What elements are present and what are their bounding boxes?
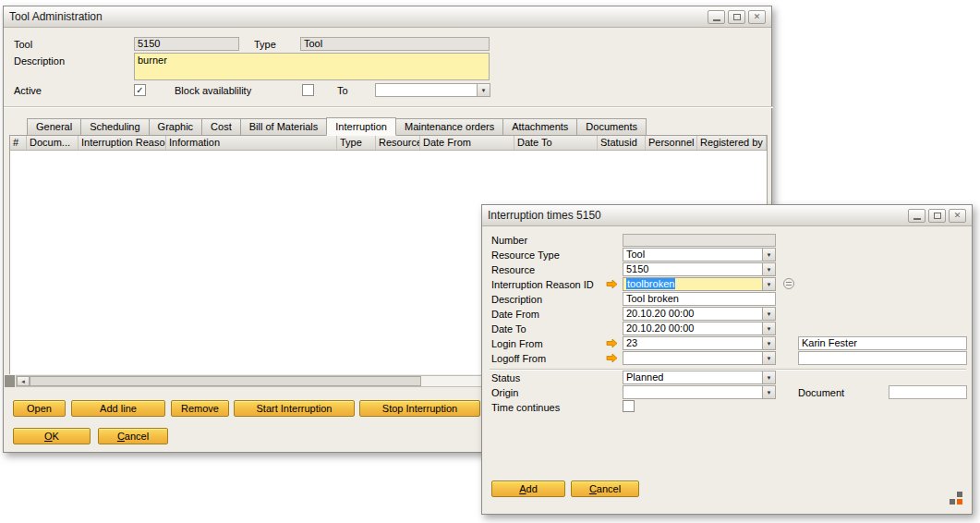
minimize-glyph — [713, 19, 720, 21]
add-line-button[interactable]: Add line — [71, 400, 165, 417]
chevron-down-icon[interactable]: ▼ — [762, 308, 775, 320]
block-availability-label: Block availablility — [175, 84, 251, 98]
column-header-document[interactable]: Docum... — [27, 136, 79, 150]
interruption-reason-value-wrap: toolbroken — [623, 278, 762, 290]
dialog-titlebar[interactable]: Interruption times 5150 ✕ — [482, 205, 972, 226]
grid-corner — [5, 375, 15, 387]
note-icon[interactable] — [783, 278, 794, 289]
description-field[interactable]: burner — [134, 53, 490, 80]
document-label: Document — [798, 386, 844, 400]
dialog-minimize-icon[interactable] — [908, 209, 926, 223]
tab-general[interactable]: General — [27, 118, 81, 136]
date-from-dropdown[interactable]: 20.10.20 00:00 ▼ — [623, 307, 776, 321]
link-arrow-icon[interactable] — [606, 353, 618, 363]
column-header-registered-by[interactable]: Registered by — [697, 136, 767, 150]
tab-strip: General Scheduling Graphic Cost Bill of … — [28, 118, 647, 136]
resource-type-label: Resource Type — [491, 249, 560, 262]
tab-attachments[interactable]: Attachments — [502, 118, 577, 136]
scrollbar-thumb[interactable] — [30, 376, 421, 386]
column-header-information[interactable]: Information — [166, 136, 337, 150]
column-header-statusid[interactable]: Statusid — [598, 136, 646, 150]
resource-value: 5150 — [623, 263, 762, 275]
column-header-date-to[interactable]: Date To — [514, 136, 598, 150]
logoff-from-value — [623, 352, 762, 364]
origin-label: Origin — [491, 386, 518, 400]
resize-grip-icon[interactable] — [950, 492, 962, 505]
chevron-down-icon[interactable]: ▼ — [762, 337, 775, 349]
to-dropdown-value — [376, 84, 477, 96]
login-from-name-field[interactable]: Karin Fester — [798, 336, 967, 350]
column-header-resource[interactable]: Resource — [376, 136, 420, 150]
status-dropdown[interactable]: Planned ▼ — [623, 371, 776, 384]
date-to-dropdown[interactable]: 20.10.20 00:00 ▼ — [623, 322, 776, 335]
dialog-close-icon[interactable]: ✕ — [949, 209, 966, 223]
origin-dropdown[interactable]: ▼ — [623, 385, 776, 399]
minimize-icon[interactable] — [708, 10, 725, 24]
link-arrow-icon[interactable] — [606, 338, 618, 348]
block-availability-checkbox[interactable] — [302, 84, 314, 96]
close-icon[interactable]: ✕ — [748, 10, 766, 24]
tab-interruption[interactable]: Interruption — [326, 117, 396, 136]
grip-square-orange — [957, 499, 962, 505]
column-header-number[interactable]: # — [10, 136, 27, 150]
chevron-down-icon[interactable]: ▼ — [762, 352, 775, 364]
dialog-maximize-icon[interactable] — [928, 209, 946, 223]
tool-label: Tool — [14, 38, 32, 52]
main-titlebar[interactable]: Tool Administration ✕ — [4, 6, 771, 28]
dialog-title: Interruption times 5150 — [488, 209, 601, 222]
interruption-reason-dropdown[interactable]: toolbroken ▼ — [623, 277, 776, 291]
maximize-icon[interactable] — [728, 10, 745, 24]
stop-interruption-button[interactable]: Stop Interruption — [359, 400, 480, 417]
status-value: Planned — [623, 371, 762, 383]
tool-field: 5150 — [134, 37, 239, 51]
column-header-date-from[interactable]: Date From — [420, 136, 514, 150]
login-from-dropdown[interactable]: 23 ▼ — [623, 336, 776, 350]
cancel-button[interactable]: Cancel — [98, 428, 168, 444]
dialog-cancel-button[interactable]: Cancel — [571, 480, 639, 497]
resource-dropdown[interactable]: 5150 ▼ — [623, 262, 776, 276]
time-continues-checkbox[interactable] — [623, 400, 635, 412]
add-button[interactable]: Add — [491, 480, 565, 497]
chevron-down-icon[interactable]: ▼ — [762, 249, 775, 261]
tab-documents[interactable]: Documents — [576, 118, 647, 136]
link-arrow-icon[interactable] — [606, 279, 618, 289]
column-header-interruption-reason[interactable]: Interruption Reaso — [79, 136, 166, 150]
chevron-down-icon[interactable]: ▼ — [762, 263, 775, 275]
tab-scheduling[interactable]: Scheduling — [80, 118, 149, 136]
tab-maintenance-orders[interactable]: Maintenance orders — [395, 118, 503, 136]
dialog-description-field[interactable]: Tool broken — [623, 292, 776, 306]
remove-button[interactable]: Remove — [171, 400, 229, 417]
chevron-down-icon[interactable]: ▼ — [762, 386, 775, 398]
interruption-reason-value: toolbroken — [626, 278, 675, 289]
to-dropdown[interactable]: ▼ — [375, 83, 490, 97]
logoff-from-label: Logoff From — [491, 352, 546, 366]
open-button[interactable]: Open — [13, 400, 66, 417]
chevron-down-icon[interactable]: ▼ — [762, 371, 775, 383]
interruption-times-dialog: Interruption times 5150 ✕ Number Resourc… — [481, 204, 973, 515]
chevron-down-icon[interactable]: ▼ — [762, 278, 775, 290]
tab-bill-of-materials[interactable]: Bill of Materials — [240, 118, 328, 136]
date-from-value: 20.10.20 00:00 — [623, 308, 762, 320]
chevron-down-icon[interactable]: ▼ — [477, 84, 490, 96]
desktop: Tool Administration ✕ Tool 5150 Type Too… — [0, 0, 980, 523]
scroll-left-icon[interactable]: ◄ — [17, 376, 30, 386]
logoff-from-dropdown[interactable]: ▼ — [623, 351, 776, 365]
start-interruption-button[interactable]: Start Interruption — [234, 400, 355, 417]
tab-cost[interactable]: Cost — [201, 118, 241, 136]
time-continues-label: Time continues — [491, 401, 560, 415]
form-separator — [4, 106, 773, 107]
dialog-description-label: Description — [491, 293, 542, 307]
maximize-glyph — [733, 14, 741, 20]
resource-type-dropdown[interactable]: Tool ▼ — [623, 248, 776, 262]
ok-button[interactable]: OK — [13, 428, 91, 444]
logoff-from-name-field[interactable] — [798, 351, 967, 365]
column-header-type[interactable]: Type — [337, 136, 376, 150]
tab-graphic[interactable]: Graphic — [149, 118, 203, 136]
column-header-personnel-id[interactable]: Personnel I — [646, 136, 697, 150]
type-field: Tool — [300, 37, 490, 51]
main-window-controls: ✕ — [708, 10, 766, 24]
active-checkbox[interactable]: ✓ — [134, 84, 146, 96]
document-field[interactable] — [889, 385, 967, 399]
chevron-down-icon[interactable]: ▼ — [762, 322, 775, 334]
table-header: # Docum... Interruption Reaso Informatio… — [10, 136, 767, 151]
